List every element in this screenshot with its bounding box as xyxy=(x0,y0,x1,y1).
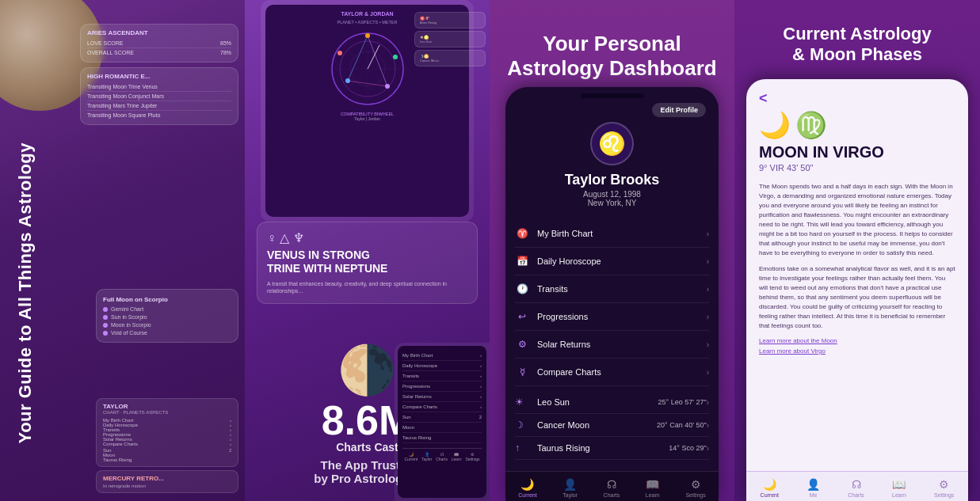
nav-label: Charts xyxy=(604,492,620,498)
menu-label: Daily Horoscope xyxy=(537,256,707,266)
planet-sign: 14° Sco 29" xyxy=(669,444,706,452)
bottom-phone-inner: My Birth Chart› Daily Horoscope› Transit… xyxy=(398,346,486,498)
menu-daily-horoscope[interactable]: 📅 Daily Horoscope › xyxy=(515,248,709,275)
planets-section: ☀ Leo Sun 25° Leo 57' 27" › ☽ Cancer Moo… xyxy=(505,391,719,460)
chevron-icon: › xyxy=(707,368,709,377)
moon-section: 🌙 ♍ MOON IN VIRGO 9° VIR 43' 50" xyxy=(746,110,968,182)
nav-charts[interactable]: ☊ Charts xyxy=(848,478,864,498)
menu-birth-chart[interactable]: ♈ My Birth Chart › xyxy=(515,220,709,248)
person-icon: 👤 xyxy=(563,478,577,491)
menu-transits[interactable]: 🕐 Transits › xyxy=(515,275,709,303)
mini-card-1: ♈ 8° Aries Rising xyxy=(414,12,486,28)
menu-progressions[interactable]: ↩ Progressions › xyxy=(515,303,709,331)
chevron-icon: › xyxy=(707,421,709,430)
p2b-row: Compare Charts› xyxy=(402,402,482,412)
card-row: Transiting Moon Conjunct Mars xyxy=(87,92,231,101)
card-row: OVERALL SCORE78% xyxy=(87,48,231,57)
planet-item: Gemini Chart xyxy=(103,306,231,312)
compare-icon: ☿ xyxy=(515,366,529,378)
mercury-card[interactable]: MERCURY RETRO... In retrograde motion xyxy=(96,470,238,493)
panel4-headline: Current Astrology & Moon Phases xyxy=(750,24,964,66)
transits-icon: 🕐 xyxy=(515,283,529,294)
card-row: Transiting Moon Square Pluto xyxy=(87,111,231,120)
moon-title: MOON IN VIRGO xyxy=(759,143,884,161)
learn-virgo-link[interactable]: Learn more about Virgo xyxy=(746,347,968,355)
p2b-row: Transits› xyxy=(402,371,482,381)
nav-current[interactable]: 🌙 Current xyxy=(518,478,536,498)
charts-icon: ☊ xyxy=(852,478,861,491)
bottom-nav: 🌙 Current 👤 Taylor ☊ Charts 📖 Learn ⚙ Se… xyxy=(505,471,719,501)
settings-icon: ⚙ xyxy=(939,478,949,491)
nav-label: Current xyxy=(518,492,536,498)
nav-taylor[interactable]: 👤 Taylor xyxy=(562,478,578,498)
virgo-symbol-icon: ♍ xyxy=(795,110,827,140)
nav-label: Settings xyxy=(934,492,954,498)
mini-cards: ♈ 8° Aries Rising ☀ ♌ Leo Sun ☽ ♋ Cancer… xyxy=(414,0,486,66)
p2b-row: Daily Horoscope› xyxy=(402,361,482,371)
nav-label: Learn xyxy=(646,492,660,498)
chevron-icon: › xyxy=(707,313,709,321)
card-high-romantic[interactable]: HIGH ROMANTIC E... Transiting Moon Trine… xyxy=(80,67,238,125)
avatar: ♌ xyxy=(590,122,634,165)
profile-date: August 12, 1998 xyxy=(583,190,641,199)
planet-moon[interactable]: ☽ Cancer Moon 20° Can 40' 50" › xyxy=(515,414,709,437)
menu-label: Progressions xyxy=(537,312,707,321)
moon-symbol-row: 🌙 ♍ xyxy=(759,110,827,140)
nav-label: Current xyxy=(761,492,779,498)
mini-card-3: ☽ ♋ Cancer Moon xyxy=(414,50,486,66)
compat-pair: Taylor | Jordan xyxy=(272,116,463,121)
learn-moon-link[interactable]: Learn more about the Moon xyxy=(746,337,968,344)
svg-point-14 xyxy=(393,55,398,59)
moon-title: Full Moon on Scorpio xyxy=(103,296,231,303)
moon-crescent-icon: 🌙 xyxy=(759,110,791,140)
planet-sign: 20° Can 40' 50" xyxy=(657,421,707,429)
venus-title: VENUS IN STRONGTRINE WITH NEPTUNE xyxy=(267,249,467,275)
menu-solar-returns[interactable]: ⚙ Solar Returns › xyxy=(515,331,709,359)
chevron-icon: › xyxy=(707,230,709,238)
back-btn[interactable]: < xyxy=(746,79,968,110)
dashboard-phone: Edit Profile ♌ Taylor Brooks August 12, … xyxy=(505,87,719,501)
p2b-row: My Birth Chart› xyxy=(402,351,482,361)
svg-point-15 xyxy=(337,51,342,55)
nav-me[interactable]: 👤 Me xyxy=(806,478,820,498)
panel-3: Your Personal Astrology Dashboard Edit P… xyxy=(490,0,734,501)
mini-card-2: ☀ ♌ Leo Sun xyxy=(414,31,486,47)
moon-icon: 🌗 xyxy=(337,342,397,398)
p2b-row: Taurus Rising xyxy=(402,433,482,443)
nav-settings[interactable]: ⚙ Settings xyxy=(934,478,954,498)
nav-settings[interactable]: ⚙ Settings xyxy=(685,478,705,498)
menu-label: Solar Returns xyxy=(537,340,707,349)
full-moon-card[interactable]: Full Moon on Scorpio Gemini Chart Sun in… xyxy=(96,289,238,343)
menu-label: Compare Charts xyxy=(537,367,707,377)
planet-name: Leo Sun xyxy=(537,397,658,407)
birth-chart-icon: ♈ xyxy=(515,228,529,239)
chevron-icon: › xyxy=(707,285,709,294)
moon-icon: ☽ xyxy=(515,419,531,431)
panel-4: Current Astrology & Moon Phases < 🌙 ♍ MO… xyxy=(734,0,980,501)
bottom-nav: 🌙 Current 👤 Me ☊ Charts 📖 Learn ⚙ Settin… xyxy=(746,471,968,501)
nav-learn[interactable]: 📖 Learn xyxy=(646,478,660,498)
edit-profile-btn[interactable]: Edit Profile xyxy=(652,103,706,117)
card-birth-chart[interactable]: ARIES ASCENDANT LOVE SCORE85% OVERALL SC… xyxy=(80,24,238,63)
card-row: LOVE SCORE85% xyxy=(87,39,231,48)
me-icon: 👤 xyxy=(806,478,820,491)
nav-charts[interactable]: ☊ Charts xyxy=(604,478,620,498)
venus-symbols: ♀ △ ♆ xyxy=(267,230,467,245)
nav-charts: ☊Charts xyxy=(436,452,448,461)
horoscope-icon: 📅 xyxy=(515,256,529,267)
planet-name: Cancer Moon xyxy=(537,420,657,430)
planet-item: Void of Course xyxy=(103,330,231,336)
taylor-card[interactable]: TAYLOR CHART · PLANETS ASPECTS My Birth … xyxy=(96,398,238,467)
nav-current[interactable]: 🌙 Current xyxy=(761,478,779,498)
nav-label: Settings xyxy=(685,492,705,498)
p2b-row: Solar Returns› xyxy=(402,392,482,402)
chevron-icon: › xyxy=(707,444,709,453)
menu-compare-charts[interactable]: ☿ Compare Charts › xyxy=(515,359,709,386)
bottom-phone: My Birth Chart› Daily Horoscope› Transit… xyxy=(395,343,490,501)
nav-current: 🌙Current xyxy=(404,452,418,461)
planet-rising[interactable]: ↑ Taurus Rising 14° Sco 29" › xyxy=(515,437,709,460)
menu-label: Transits xyxy=(537,284,707,294)
chevron-icon: › xyxy=(707,340,709,349)
nav-learn[interactable]: 📖 Learn xyxy=(892,478,906,498)
planet-sun[interactable]: ☀ Leo Sun 25° Leo 57' 27" › xyxy=(515,391,709,414)
